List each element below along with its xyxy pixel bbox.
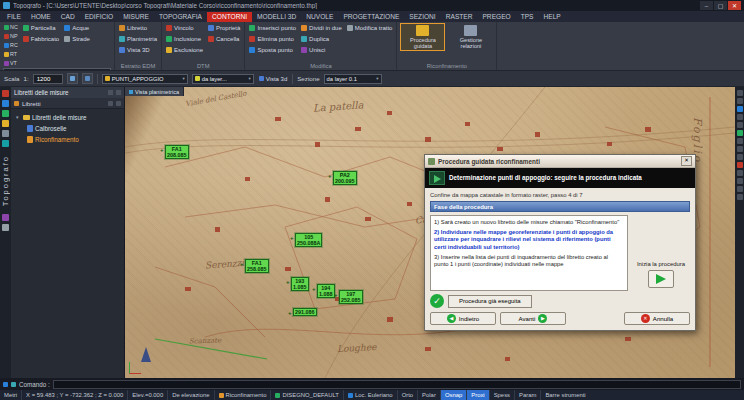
dividi-in-due-button[interactable]: Dividi in due	[300, 23, 343, 33]
close-button[interactable]: ✕	[728, 1, 741, 10]
map-point-marker[interactable]: 105 250.088A	[295, 233, 322, 247]
settings-tool-icon[interactable]	[2, 214, 9, 221]
layers-tool-icon[interactable]	[2, 140, 9, 147]
menu-pregeo[interactable]: PREGEO	[477, 12, 515, 22]
pan-tool-icon[interactable]	[2, 100, 9, 107]
map-point-marker[interactable]: 194 1.088	[317, 284, 335, 298]
menu-misure[interactable]: MISURE	[118, 12, 154, 22]
active-libretto[interactable]: Riconfinamento	[215, 390, 272, 400]
location-mode[interactable]: Loc. Euleriano	[344, 390, 398, 400]
toggle-osnap[interactable]: Osnap	[441, 390, 467, 400]
tree-item-riconfinamento[interactable]: Riconfinamento	[13, 134, 122, 144]
menu-home[interactable]: HOME	[26, 12, 56, 22]
menu-file[interactable]: FILE	[2, 12, 26, 22]
pregeo-rt-button[interactable]: RT	[3, 50, 19, 58]
menu-topografia[interactable]: TOPOGRAFIA	[154, 12, 207, 22]
start-procedure-button[interactable]	[648, 270, 674, 288]
tool-icon[interactable]	[737, 138, 743, 144]
maximize-button[interactable]: ▢	[714, 1, 727, 10]
menu-cad[interactable]: CAD	[56, 12, 80, 22]
zoom-in-button[interactable]	[67, 73, 78, 84]
unisci-button[interactable]: Unisci	[300, 45, 343, 55]
panel-close-icon[interactable]	[116, 90, 121, 95]
minimize-button[interactable]: –	[700, 1, 713, 10]
menu-modelli3d[interactable]: MODELLI 3D	[252, 12, 301, 22]
command-input[interactable]	[53, 380, 741, 389]
proprieta-button[interactable]: Proprietà	[207, 23, 241, 33]
toggle-param[interactable]: Param	[515, 390, 541, 400]
pregeo-nc-button[interactable]: NC	[3, 23, 19, 31]
sezione-combo[interactable]: da layer 0.1 ▾	[324, 74, 382, 84]
map-point-marker[interactable]: 197 252.085	[339, 290, 363, 304]
menu-raster[interactable]: RASTER	[441, 12, 478, 22]
scale-input[interactable]: 1200	[33, 74, 63, 84]
menu-contorni[interactable]: CONTORNI	[207, 12, 252, 22]
tool-icon[interactable]	[737, 146, 743, 152]
map-point-marker[interactable]: PA2 200.095	[333, 171, 357, 185]
select-tool-icon[interactable]	[2, 110, 9, 117]
acque-button[interactable]: Acque	[63, 23, 91, 33]
close-tool-icon[interactable]	[2, 90, 9, 97]
view-tab-planimetrica[interactable]: Vista planimetrica	[125, 87, 184, 96]
map-point-marker[interactable]: 193 1.085	[291, 277, 309, 291]
layer-combo[interactable]: da layer... ▾	[192, 74, 254, 84]
next-button[interactable]: Avanti ▶	[500, 312, 566, 325]
procedure-done-button[interactable]: Procedura già eseguita	[448, 295, 532, 308]
tree-root[interactable]: ▾ Libretti delle misure	[13, 112, 122, 122]
particella-button[interactable]: Particella	[22, 23, 60, 33]
tool-icon[interactable]	[737, 98, 743, 104]
cancel-button[interactable]: ✕ Annulla	[624, 312, 690, 325]
toggle-proxi[interactable]: Proxi	[467, 390, 489, 400]
menu-sezioni[interactable]: SEZIONI	[404, 12, 440, 22]
sposta-punto-button[interactable]: Sposta punto	[248, 45, 297, 55]
add-icon[interactable]	[116, 101, 121, 106]
elimina-punto-button[interactable]: Elimina punto	[248, 34, 297, 44]
refresh-icon[interactable]	[108, 101, 113, 106]
pregeo-np-button[interactable]: NP	[3, 32, 19, 40]
back-button[interactable]: ◀ Indietro	[430, 312, 496, 325]
planimetria-button[interactable]: Planimetria	[118, 34, 158, 44]
toggle-spess[interactable]: Spess	[490, 390, 515, 400]
pin-icon[interactable]	[108, 90, 113, 95]
punti-appoggio-combo[interactable]: PUNTI_APPOGGIO ▾	[102, 74, 188, 84]
measure-tool-icon[interactable]	[2, 120, 9, 127]
gestione-relazioni-button[interactable]: Gestione relazioni	[448, 23, 493, 51]
duplica-button[interactable]: Duplica	[300, 34, 343, 44]
tool-icon[interactable]	[737, 114, 743, 120]
dialog-close-button[interactable]: ✕	[681, 156, 692, 166]
menu-tps[interactable]: TPS	[516, 12, 539, 22]
map-point-marker[interactable]: FA1 208.085	[165, 145, 189, 159]
menu-progettazione[interactable]: PROGETTAZIONE	[338, 12, 404, 22]
vincolo-button[interactable]: Vincolo	[165, 23, 204, 33]
tool-icon[interactable]	[737, 154, 743, 160]
vista3d-toggle[interactable]: Vista 3d	[258, 74, 289, 84]
inclusione-button[interactable]: Inclusione	[165, 34, 204, 44]
tool-icon[interactable]	[737, 122, 743, 128]
info-tool-icon[interactable]	[2, 224, 9, 231]
menu-nuvole[interactable]: NUVOLE	[301, 12, 338, 22]
tool-icon[interactable]	[737, 170, 743, 176]
pregeo-vt-button[interactable]: VT	[3, 59, 19, 67]
elevation-mode[interactable]: De elevazione	[168, 390, 214, 400]
toggle-polar[interactable]: Polar	[418, 390, 441, 400]
tool-icon[interactable]	[737, 130, 743, 136]
toolbars-menu[interactable]: Barre strumenti	[541, 390, 744, 400]
tool-icon[interactable]	[737, 194, 743, 200]
modifica-tratto-button[interactable]: Modifica tratto	[346, 23, 394, 33]
active-drawing[interactable]: DISEGNO_DEFAULT	[271, 390, 344, 400]
procedura-guidata-button[interactable]: Procedura guidata	[400, 23, 445, 51]
tool-icon[interactable]	[737, 90, 743, 96]
tool-icon[interactable]	[737, 106, 743, 112]
tool-icon[interactable]	[737, 162, 743, 168]
grid-tool-icon[interactable]	[2, 130, 9, 137]
menu-edificio[interactable]: EDIFICIO	[80, 12, 119, 22]
toggle-orto[interactable]: Orto	[398, 390, 418, 400]
tool-icon[interactable]	[737, 186, 743, 192]
inserisci-punto-button[interactable]: Inserisci punto	[248, 23, 297, 33]
fabbricato-button[interactable]: Fabbricato	[22, 34, 60, 44]
tree-item-calbroselle[interactable]: Calbroselle	[13, 123, 122, 133]
cancella-button[interactable]: Cancella	[207, 34, 241, 44]
vista3d-button[interactable]: Vista 3D	[118, 45, 158, 55]
dialog-titlebar[interactable]: Procedura guidata riconfinamenti ✕	[425, 155, 695, 168]
tab-libretti[interactable]: Libretti	[22, 100, 41, 107]
